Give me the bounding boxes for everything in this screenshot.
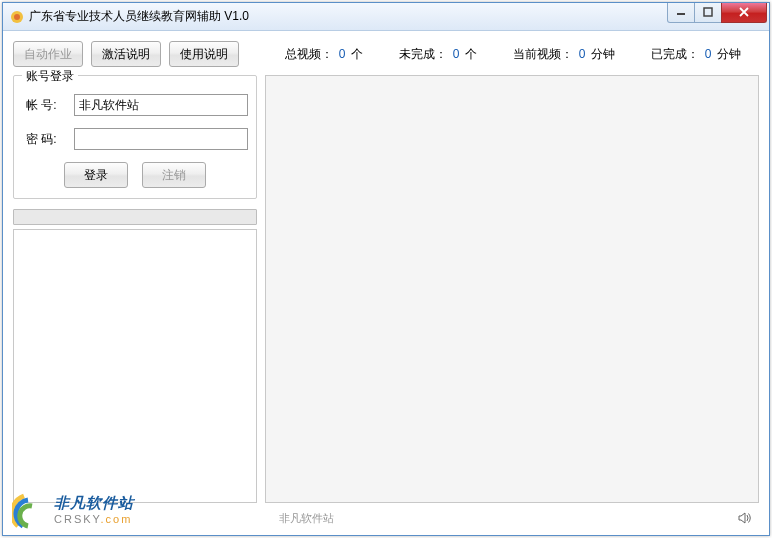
titlebar[interactable]: 广东省专业技术人员继续教育网辅助 V1.0 [3,3,769,31]
logout-button[interactable]: 注销 [142,162,206,188]
activate-help-button[interactable]: 激活说明 [91,41,161,67]
password-label: 密 码: [26,131,74,148]
login-legend: 账号登录 [22,68,78,85]
password-row: 密 码: [26,128,248,150]
usage-help-button[interactable]: 使用说明 [169,41,239,67]
statusbar: 非凡软件站 [13,507,759,529]
tree-panel[interactable] [13,229,257,503]
svg-rect-2 [677,13,685,15]
content-area: 自动作业 激活说明 使用说明 总视频：0个 未完成：0个 当前视频：0分钟 已完… [3,31,769,535]
svg-point-1 [14,14,20,20]
auto-job-button[interactable]: 自动作业 [13,41,83,67]
close-button[interactable] [721,3,767,23]
account-label: 帐 号: [26,97,74,114]
right-column [265,75,759,503]
login-button-row: 登录 注销 [22,162,248,188]
progress-bar [13,209,257,225]
toolbar-buttons: 自动作业 激活说明 使用说明 [13,41,239,67]
window-title: 广东省专业技术人员继续教育网辅助 V1.0 [29,8,668,25]
stat-current-video: 当前视频：0分钟 [513,46,616,63]
left-column: 账号登录 帐 号: 密 码: 登录 注销 [13,75,257,503]
password-input[interactable] [74,128,248,150]
stats-bar: 总视频：0个 未完成：0个 当前视频：0分钟 已完成：0分钟 [247,46,759,63]
mid-row: 账号登录 帐 号: 密 码: 登录 注销 [13,75,759,503]
stat-completed: 已完成：0分钟 [651,46,742,63]
stat-incomplete: 未完成：0个 [399,46,478,63]
account-input[interactable] [74,94,248,116]
stat-total-video: 总视频：0个 [285,46,364,63]
main-panel[interactable] [265,75,759,503]
maximize-button[interactable] [694,3,722,23]
status-text: 非凡软件站 [19,511,334,526]
minimize-button[interactable] [667,3,695,23]
main-window: 广东省专业技术人员继续教育网辅助 V1.0 自动作业 激活说明 使用说明 总视频… [2,2,770,536]
account-row: 帐 号: [26,94,248,116]
speaker-icon[interactable] [737,510,753,526]
app-icon [9,9,25,25]
svg-rect-3 [704,8,712,16]
top-row: 自动作业 激活说明 使用说明 总视频：0个 未完成：0个 当前视频：0分钟 已完… [13,39,759,69]
window-controls [668,3,769,23]
login-button[interactable]: 登录 [64,162,128,188]
login-groupbox: 账号登录 帐 号: 密 码: 登录 注销 [13,75,257,199]
